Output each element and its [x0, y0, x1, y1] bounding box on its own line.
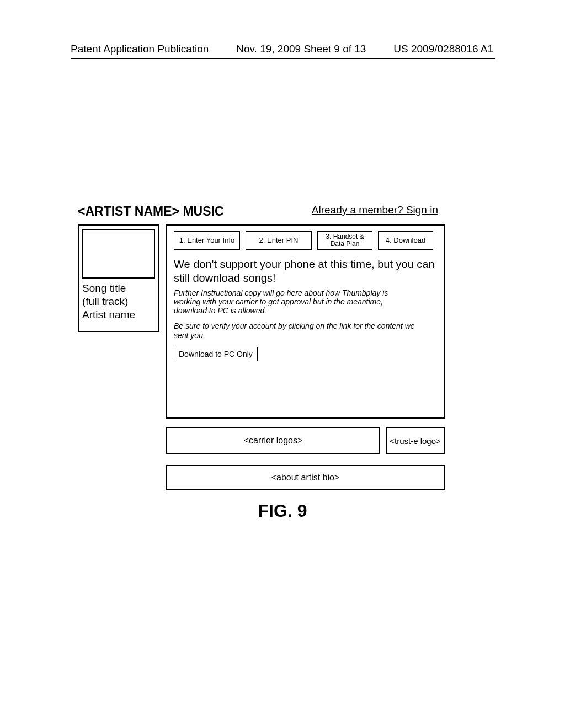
figure-label: FIG. 9	[0, 501, 565, 521]
song-title: Song title	[82, 282, 155, 295]
signin-link[interactable]: Already a member? Sign in	[312, 204, 438, 216]
header-divider	[71, 58, 495, 59]
truste-logo-box: <trust-e logo>	[386, 427, 445, 454]
song-panel: Song title (full track) Artist name	[78, 224, 159, 332]
publication-number: US 2009/0288016 A1	[393, 43, 493, 55]
step-tab-2[interactable]: 2. Enter PIN	[246, 231, 312, 250]
carrier-logos-box: <carrier logos>	[166, 427, 380, 454]
step-tab-3[interactable]: 3. Handset & Data Plan	[317, 231, 372, 250]
step-tab-1[interactable]: 1. Enter Your Info	[174, 231, 240, 250]
publication-date-sheet: Nov. 19, 2009 Sheet 9 of 13	[236, 43, 366, 55]
download-to-pc-button[interactable]: Download to PC Only	[174, 347, 258, 361]
song-info: Song title (full track) Artist name	[82, 282, 155, 321]
instructional-copy: Further Instructional copy will go here …	[174, 288, 411, 315]
page-title: <ARTIST NAME> MUSIC	[78, 204, 224, 219]
step-tabs: 1. Enter Your Info 2. Enter PIN 3. Hands…	[174, 231, 437, 250]
step-tab-4[interactable]: 4. Download	[378, 231, 433, 250]
artist-bio-box: <about artist bio>	[166, 465, 445, 490]
publication-type: Patent Application Publication	[71, 43, 209, 55]
song-track-type: (full track)	[82, 295, 155, 308]
document-header: Patent Application Publication Nov. 19, …	[0, 43, 565, 55]
main-panel: 1. Enter Your Info 2. Enter PIN 3. Hands…	[166, 224, 445, 419]
unsupported-heading: We don't support your phone at this time…	[174, 258, 437, 285]
verify-note: Be sure to verify your account by clicki…	[174, 322, 428, 340]
artist-name: Artist name	[82, 308, 155, 322]
album-art-placeholder	[82, 229, 155, 279]
